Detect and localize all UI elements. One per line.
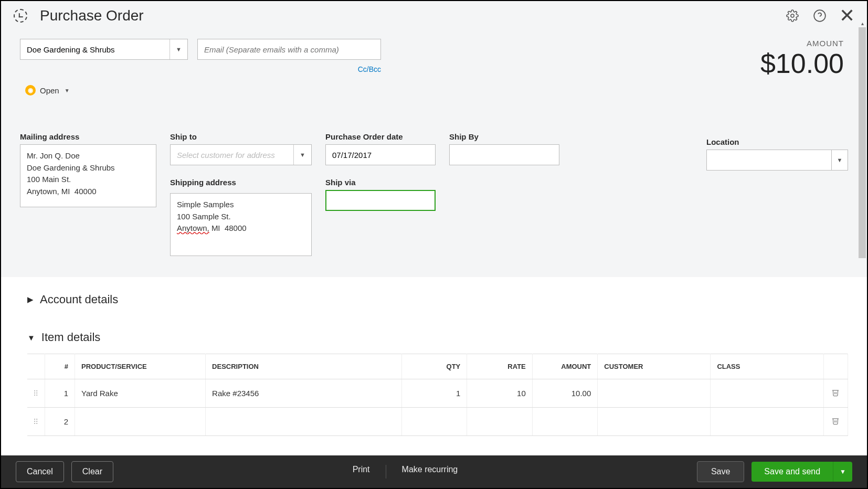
scrollbar[interactable]: [859, 27, 866, 258]
delete-row-button[interactable]: [823, 379, 848, 408]
ship-by-label: Ship By: [449, 132, 559, 141]
save-button[interactable]: Save: [697, 461, 744, 482]
cell-class[interactable]: [711, 408, 823, 436]
vendor-dropdown-caret[interactable]: ▼: [170, 39, 187, 59]
items-table: # PRODUCT/SERVICE DESCRIPTION QTY RATE A…: [27, 354, 848, 436]
shipping-state: MI: [211, 224, 220, 232]
cell-amount[interactable]: [532, 408, 598, 436]
ship-via-label: Ship via: [325, 178, 436, 187]
cell-description[interactable]: [206, 408, 402, 436]
cell-rate[interactable]: 10: [467, 379, 533, 408]
location-label: Location: [706, 137, 848, 146]
form-upper-panel: ▼ Cc/Bcc ◉ Open ▼ AMOUNT $10.00: [1, 28, 867, 277]
ship-to-select[interactable]: ▼: [170, 144, 312, 165]
shipping-zip: 48000: [225, 224, 247, 232]
status-badge-icon: ◉: [25, 85, 36, 95]
svg-point-0: [791, 14, 794, 17]
cell-amount[interactable]: 10.00: [532, 379, 598, 408]
drag-handle-icon[interactable]: ⠿: [33, 418, 39, 426]
cell-customer[interactable]: [598, 408, 711, 436]
delete-row-button[interactable]: [823, 408, 848, 436]
status-text: Open: [40, 86, 59, 95]
vendor-select[interactable]: ▼: [20, 39, 188, 60]
account-details-label: Account details: [40, 293, 118, 306]
scrollbar-up-icon[interactable]: ▴: [859, 19, 866, 27]
cell-qty[interactable]: [401, 408, 467, 436]
location-input[interactable]: [706, 150, 831, 171]
shipping-line2: 100 Sample St.: [177, 211, 305, 223]
make-recurring-link[interactable]: Make recurring: [402, 465, 458, 479]
location-select[interactable]: ▼: [706, 150, 848, 171]
col-customer: CUSTOMER: [598, 354, 711, 379]
ship-to-label: Ship to: [170, 132, 312, 141]
cell-product[interactable]: [75, 408, 206, 436]
shipping-address-input[interactable]: Simple Samples 100 Sample St. Anytown, M…: [170, 193, 312, 256]
col-class: CLASS: [711, 354, 823, 379]
mailing-address-label: Mailing address: [20, 132, 156, 141]
cell-class[interactable]: [711, 379, 823, 408]
chevron-right-icon: [27, 295, 34, 304]
col-delete: [823, 354, 848, 379]
save-and-send-caret[interactable]: ▼: [833, 462, 852, 482]
shipping-city: Anytown,: [177, 224, 209, 232]
ship-to-input[interactable]: [171, 145, 293, 165]
footer-divider: [386, 465, 386, 479]
email-input[interactable]: [197, 39, 381, 60]
history-icon[interactable]: [14, 9, 27, 23]
table-row[interactable]: ⠿ 2: [27, 408, 848, 436]
help-icon[interactable]: [812, 8, 827, 23]
table-row[interactable]: ⠿ 1 Yard Rake Rake #23456 1 10 10.00: [27, 379, 848, 408]
status-dropdown[interactable]: ◉ Open ▼: [20, 85, 70, 95]
cell-customer[interactable]: [598, 379, 711, 408]
mailing-address-input[interactable]: Mr. Jon Q. Doe Doe Gardening & Shrubs 10…: [20, 144, 156, 207]
po-date-input[interactable]: [325, 144, 436, 165]
account-details-toggle[interactable]: Account details: [27, 293, 848, 306]
col-number: #: [45, 354, 75, 379]
col-qty: QTY: [401, 354, 467, 379]
col-amount: AMOUNT: [532, 354, 598, 379]
amount-label: AMOUNT: [760, 39, 844, 48]
footer-bar: Cancel Clear Print Make recurring Save S…: [1, 455, 867, 488]
col-drag: [27, 354, 45, 379]
gear-icon[interactable]: [785, 8, 800, 23]
page-title: Purchase Order: [40, 7, 144, 24]
item-details-label: Item details: [41, 331, 101, 344]
ship-by-input[interactable]: [449, 144, 559, 165]
status-caret-icon: ▼: [65, 88, 70, 93]
vendor-input[interactable]: [20, 39, 170, 59]
header-bar: Purchase Order ✕: [1, 1, 867, 28]
save-and-send-button[interactable]: Save and send: [751, 462, 833, 482]
cell-num[interactable]: 2: [45, 408, 75, 436]
chevron-down-icon: [27, 333, 35, 342]
col-product: PRODUCT/SERVICE: [75, 354, 206, 379]
cell-qty[interactable]: 1: [401, 379, 467, 408]
item-details-toggle[interactable]: Item details: [27, 331, 848, 344]
col-description: DESCRIPTION: [206, 354, 402, 379]
amount-value: $10.00: [760, 48, 844, 79]
cancel-button[interactable]: Cancel: [16, 461, 64, 482]
clear-button[interactable]: Clear: [71, 461, 113, 482]
cell-num[interactable]: 1: [45, 379, 75, 408]
ship-via-input[interactable]: [325, 190, 436, 211]
print-link[interactable]: Print: [353, 465, 370, 479]
location-caret[interactable]: ▼: [831, 150, 848, 171]
ship-to-caret[interactable]: ▼: [293, 145, 311, 165]
col-rate: RATE: [467, 354, 533, 379]
po-date-label: Purchase Order date: [325, 132, 436, 141]
svg-point-1: [814, 10, 825, 22]
shipping-line1: Simple Samples: [177, 199, 305, 211]
cc-bcc-link[interactable]: Cc/Bcc: [358, 65, 381, 73]
shipping-address-label: Shipping address: [170, 178, 312, 187]
cell-product[interactable]: Yard Rake: [75, 379, 206, 408]
close-icon[interactable]: ✕: [840, 8, 854, 23]
cell-description[interactable]: Rake #23456: [206, 379, 402, 408]
drag-handle-icon[interactable]: ⠿: [33, 389, 39, 398]
cell-rate[interactable]: [467, 408, 533, 436]
